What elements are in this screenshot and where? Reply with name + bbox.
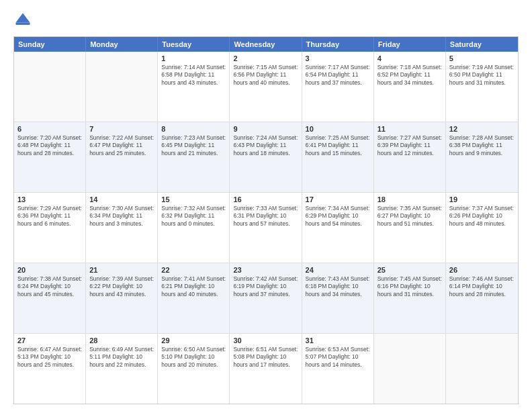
day-number: 14 <box>89 195 154 203</box>
day-info: Sunrise: 6:51 AM Sunset: 5:08 PM Dayligh… <box>233 346 298 369</box>
day-info: Sunrise: 7:29 AM Sunset: 6:36 PM Dayligh… <box>17 205 82 228</box>
day-number: 15 <box>161 195 226 203</box>
day-info: Sunrise: 7:39 AM Sunset: 6:22 PM Dayligh… <box>89 275 154 298</box>
calendar-day-header: Sunday <box>14 37 86 52</box>
day-info: Sunrise: 7:28 AM Sunset: 6:38 PM Dayligh… <box>449 134 515 157</box>
day-number: 23 <box>233 266 298 274</box>
day-number: 7 <box>89 125 154 133</box>
calendar-cell: 13Sunrise: 7:29 AM Sunset: 6:36 PM Dayli… <box>14 193 86 263</box>
day-info: Sunrise: 6:49 AM Sunset: 5:11 PM Dayligh… <box>89 346 154 369</box>
day-number: 4 <box>378 54 442 62</box>
calendar-cell <box>14 52 86 122</box>
calendar-day-header: Monday <box>86 37 158 52</box>
day-info: Sunrise: 7:37 AM Sunset: 6:26 PM Dayligh… <box>449 205 515 228</box>
calendar-cell: 4Sunrise: 7:18 AM Sunset: 6:52 PM Daylig… <box>374 52 446 122</box>
calendar-cell: 1Sunrise: 7:14 AM Sunset: 6:58 PM Daylig… <box>158 52 230 122</box>
calendar-cell: 18Sunrise: 7:35 AM Sunset: 6:27 PM Dayli… <box>374 193 446 263</box>
logo-icon <box>13 11 32 30</box>
calendar-cell: 12Sunrise: 7:28 AM Sunset: 6:38 PM Dayli… <box>446 122 518 192</box>
day-number: 21 <box>89 266 154 274</box>
day-number: 8 <box>161 125 226 133</box>
calendar-cell: 29Sunrise: 6:50 AM Sunset: 5:10 PM Dayli… <box>158 334 230 404</box>
day-info: Sunrise: 6:50 AM Sunset: 5:10 PM Dayligh… <box>161 346 226 369</box>
day-info: Sunrise: 7:30 AM Sunset: 6:34 PM Dayligh… <box>89 205 154 228</box>
day-info: Sunrise: 7:22 AM Sunset: 6:47 PM Dayligh… <box>89 134 154 157</box>
calendar-cell: 28Sunrise: 6:49 AM Sunset: 5:11 PM Dayli… <box>86 334 158 404</box>
day-info: Sunrise: 7:27 AM Sunset: 6:39 PM Dayligh… <box>378 134 442 157</box>
page: SundayMondayTuesdayWednesdayThursdayFrid… <box>0 0 532 411</box>
calendar-cell: 9Sunrise: 7:24 AM Sunset: 6:43 PM Daylig… <box>230 122 302 192</box>
day-number: 19 <box>449 195 515 203</box>
calendar-cell: 21Sunrise: 7:39 AM Sunset: 6:22 PM Dayli… <box>86 263 158 333</box>
header <box>13 11 519 30</box>
calendar-cell: 30Sunrise: 6:51 AM Sunset: 5:08 PM Dayli… <box>230 334 302 404</box>
calendar-day-header: Thursday <box>302 37 374 52</box>
day-info: Sunrise: 7:33 AM Sunset: 6:31 PM Dayligh… <box>233 205 298 228</box>
day-info: Sunrise: 7:14 AM Sunset: 6:58 PM Dayligh… <box>161 64 226 87</box>
day-number: 1 <box>161 54 226 62</box>
calendar-cell: 11Sunrise: 7:27 AM Sunset: 6:39 PM Dayli… <box>374 122 446 192</box>
day-number: 2 <box>233 54 298 62</box>
calendar-cell: 31Sunrise: 6:53 AM Sunset: 5:07 PM Dayli… <box>302 334 374 404</box>
calendar-day-header: Tuesday <box>158 37 230 52</box>
day-info: Sunrise: 7:45 AM Sunset: 6:16 PM Dayligh… <box>378 275 442 298</box>
calendar-cell: 6Sunrise: 7:20 AM Sunset: 6:48 PM Daylig… <box>14 122 86 192</box>
day-info: Sunrise: 6:47 AM Sunset: 5:13 PM Dayligh… <box>17 346 82 369</box>
calendar-cell: 7Sunrise: 7:22 AM Sunset: 6:47 PM Daylig… <box>86 122 158 192</box>
day-info: Sunrise: 7:43 AM Sunset: 6:18 PM Dayligh… <box>306 275 370 298</box>
calendar-header: SundayMondayTuesdayWednesdayThursdayFrid… <box>14 37 518 52</box>
day-info: Sunrise: 7:32 AM Sunset: 6:32 PM Dayligh… <box>161 205 226 228</box>
svg-marker-0 <box>16 13 30 23</box>
calendar-cell: 8Sunrise: 7:23 AM Sunset: 6:45 PM Daylig… <box>158 122 230 192</box>
day-info: Sunrise: 7:17 AM Sunset: 6:54 PM Dayligh… <box>306 64 370 87</box>
day-number: 26 <box>449 266 515 274</box>
calendar-cell: 27Sunrise: 6:47 AM Sunset: 5:13 PM Dayli… <box>14 334 86 404</box>
calendar-cell <box>374 334 446 404</box>
logo <box>13 11 35 30</box>
day-info: Sunrise: 7:41 AM Sunset: 6:21 PM Dayligh… <box>161 275 226 298</box>
calendar-cell <box>446 334 518 404</box>
day-number: 9 <box>233 125 298 133</box>
day-info: Sunrise: 7:24 AM Sunset: 6:43 PM Dayligh… <box>233 134 298 157</box>
calendar-day-header: Wednesday <box>230 37 302 52</box>
day-number: 31 <box>306 336 370 345</box>
day-info: Sunrise: 7:25 AM Sunset: 6:41 PM Dayligh… <box>306 134 370 157</box>
day-number: 12 <box>449 125 515 133</box>
calendar-cell: 23Sunrise: 7:42 AM Sunset: 6:19 PM Dayli… <box>230 263 302 333</box>
day-number: 24 <box>306 266 370 274</box>
calendar-cell: 3Sunrise: 7:17 AM Sunset: 6:54 PM Daylig… <box>302 52 374 122</box>
day-number: 29 <box>161 336 226 345</box>
calendar-cell: 26Sunrise: 7:46 AM Sunset: 6:14 PM Dayli… <box>446 263 518 333</box>
day-info: Sunrise: 7:46 AM Sunset: 6:14 PM Dayligh… <box>449 275 515 298</box>
day-info: Sunrise: 7:23 AM Sunset: 6:45 PM Dayligh… <box>161 134 226 157</box>
day-info: Sunrise: 6:53 AM Sunset: 5:07 PM Dayligh… <box>306 346 370 369</box>
calendar-cell: 16Sunrise: 7:33 AM Sunset: 6:31 PM Dayli… <box>230 193 302 263</box>
calendar-row: 20Sunrise: 7:38 AM Sunset: 6:24 PM Dayli… <box>14 263 518 333</box>
day-number: 13 <box>17 195 82 203</box>
day-info: Sunrise: 7:34 AM Sunset: 6:29 PM Dayligh… <box>306 205 370 228</box>
day-number: 20 <box>17 266 82 274</box>
day-number: 22 <box>161 266 226 274</box>
day-info: Sunrise: 7:38 AM Sunset: 6:24 PM Dayligh… <box>17 275 82 298</box>
calendar-cell: 19Sunrise: 7:37 AM Sunset: 6:26 PM Dayli… <box>446 193 518 263</box>
day-number: 27 <box>17 336 82 345</box>
calendar-cell: 17Sunrise: 7:34 AM Sunset: 6:29 PM Dayli… <box>302 193 374 263</box>
day-number: 25 <box>378 266 442 274</box>
calendar-day-header: Saturday <box>446 37 518 52</box>
svg-rect-1 <box>16 23 30 26</box>
calendar-cell: 22Sunrise: 7:41 AM Sunset: 6:21 PM Dayli… <box>158 263 230 333</box>
calendar-body: 1Sunrise: 7:14 AM Sunset: 6:58 PM Daylig… <box>14 52 518 404</box>
calendar-cell: 15Sunrise: 7:32 AM Sunset: 6:32 PM Dayli… <box>158 193 230 263</box>
day-number: 10 <box>306 125 370 133</box>
day-number: 18 <box>378 195 442 203</box>
calendar-cell: 24Sunrise: 7:43 AM Sunset: 6:18 PM Dayli… <box>302 263 374 333</box>
day-number: 16 <box>233 195 298 203</box>
day-number: 28 <box>89 336 154 345</box>
day-info: Sunrise: 7:18 AM Sunset: 6:52 PM Dayligh… <box>378 64 442 87</box>
calendar-cell: 10Sunrise: 7:25 AM Sunset: 6:41 PM Dayli… <box>302 122 374 192</box>
day-info: Sunrise: 7:42 AM Sunset: 6:19 PM Dayligh… <box>233 275 298 298</box>
calendar-row: 6Sunrise: 7:20 AM Sunset: 6:48 PM Daylig… <box>14 122 518 192</box>
calendar-cell: 2Sunrise: 7:15 AM Sunset: 6:56 PM Daylig… <box>230 52 302 122</box>
calendar-cell: 20Sunrise: 7:38 AM Sunset: 6:24 PM Dayli… <box>14 263 86 333</box>
calendar-cell: 5Sunrise: 7:19 AM Sunset: 6:50 PM Daylig… <box>446 52 518 122</box>
